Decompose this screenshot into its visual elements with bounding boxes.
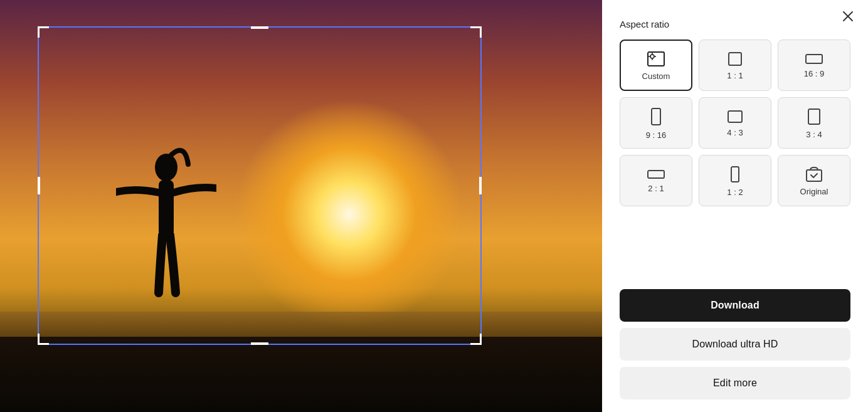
svg-rect-16 (731, 167, 739, 182)
aspect-btn-1-2[interactable]: 1 : 2 (699, 155, 771, 206)
aspect-btn-16-9[interactable]: 16 : 9 (778, 40, 850, 91)
aspect-ratio-label: Aspect ratio (620, 19, 850, 29)
download-button[interactable]: Download (620, 289, 850, 322)
aspect-label-9-16: 9 : 16 (646, 130, 667, 140)
right-panel: Aspect ratio Custom (602, 0, 868, 412)
aspect-ratio-grid: Custom 1 : 1 16 : 9 (620, 40, 850, 206)
custom-icon (647, 51, 665, 67)
svg-rect-13 (728, 111, 742, 122)
aspect-btn-2-1[interactable]: 2 : 1 (620, 155, 692, 206)
original-icon (805, 166, 823, 182)
aspect-btn-1-1[interactable]: 1 : 1 (699, 40, 771, 91)
svg-rect-17 (807, 170, 822, 181)
svg-rect-14 (808, 109, 820, 124)
portrait-icon (807, 108, 821, 125)
image-canvas (0, 0, 602, 412)
aspect-label-original: Original (800, 187, 828, 196)
person-silhouette (116, 136, 216, 337)
svg-rect-4 (648, 52, 664, 66)
tall-icon (650, 107, 662, 126)
svg-point-0 (155, 154, 177, 181)
aspect-btn-3-4[interactable]: 3 : 4 (778, 97, 850, 149)
wide-icon (805, 53, 823, 65)
aspect-btn-9-16[interactable]: 9 : 16 (620, 97, 692, 149)
svg-rect-10 (729, 53, 741, 65)
aspect-label-4-3: 4 : 3 (727, 128, 743, 137)
download-section: Download Download ultra HD Edit more (620, 289, 850, 399)
tall2-icon (730, 166, 740, 183)
aspect-label-2-1: 2 : 1 (648, 184, 664, 193)
svg-rect-12 (652, 108, 660, 125)
aspect-btn-4-3[interactable]: 4 : 3 (699, 97, 771, 149)
wide2-icon (647, 169, 665, 179)
aspect-btn-original[interactable]: Original (778, 155, 850, 206)
aspect-label-16-9: 16 : 9 (804, 69, 825, 78)
aspect-label-1-1: 1 : 1 (727, 71, 743, 80)
edit-more-button[interactable]: Edit more (620, 367, 850, 399)
medium-icon (727, 110, 743, 124)
svg-rect-15 (648, 171, 664, 178)
close-button[interactable] (838, 6, 858, 26)
square-icon (728, 51, 743, 66)
svg-rect-1 (159, 180, 174, 236)
aspect-label-1-2: 1 : 2 (727, 188, 743, 197)
aspect-label-3-4: 3 : 4 (806, 130, 822, 139)
svg-rect-11 (806, 55, 822, 63)
aspect-label-custom: Custom (642, 71, 670, 81)
ground (0, 337, 602, 412)
download-hd-button[interactable]: Download ultra HD (620, 328, 850, 361)
svg-point-5 (650, 55, 654, 58)
aspect-btn-custom[interactable]: Custom (620, 40, 692, 91)
